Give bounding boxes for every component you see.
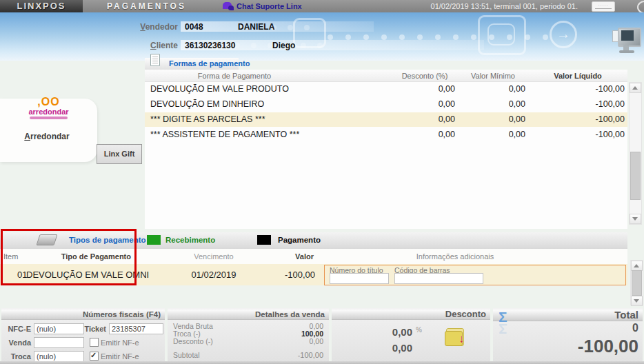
col-informacoes-adicionais: Informações adicionais (372, 252, 538, 261)
arredondar-logo-tagline (30, 117, 68, 119)
vendedor-code[interactable]: 0048 (185, 22, 203, 32)
cliente-name: Diego (272, 41, 295, 50)
vendedor-strip (181, 21, 374, 32)
pagamento-label: Pagamento (278, 236, 321, 244)
payment-method-row-selected[interactable]: *** DIGITE AS PARCELAS *** 0,00 0,00 -10… (145, 112, 627, 127)
numeros-fiscais-title: Números fiscais (F4) (1, 310, 165, 320)
emitir-nfe-venda-checkbox[interactable] (90, 338, 99, 347)
desconto-percent-value[interactable]: 0,00 (345, 326, 412, 338)
payment-method-row[interactable]: DEVOLUÇÃO EM VALE PRODUTO 0,00 0,00 -100… (145, 82, 627, 97)
scroll-up-button[interactable] (630, 83, 641, 93)
emitir-nfe-troca-checkbox[interactable] (90, 352, 99, 361)
ticket-label: Ticket (83, 325, 106, 333)
desconto-panel: Desconto 0,00 % 0,00 ↓ (332, 308, 490, 361)
desconto-value[interactable]: 0,00 (345, 342, 412, 354)
linxpos-logo: LINXPOS (0, 0, 83, 12)
linx-gift-button[interactable]: Linx Gift (97, 144, 142, 164)
nfce-label: NFC-E (1, 325, 31, 333)
cliente-code[interactable]: 36130236130 (185, 41, 235, 50)
emitir-nfe-troca-label: Emitir NF-e (101, 352, 139, 361)
col-valor-liquido: Valor Líquido (536, 72, 619, 80)
payment-value: -100,00 (246, 270, 315, 280)
venda-input[interactable] (34, 337, 84, 348)
ticket-input[interactable] (109, 323, 163, 334)
tipos-scrollbar[interactable] (630, 260, 643, 305)
vendedor-label: Vendedor (124, 22, 178, 32)
decoration-dots (328, 34, 548, 40)
col-valor: Valor (259, 252, 314, 261)
scroll-up-button[interactable] (631, 261, 643, 271)
arredondar-logo: ,OO (19, 96, 78, 108)
highlight-rectangle (1, 229, 137, 285)
subtotal-label: Subtotal (173, 351, 200, 359)
percent-symbol: % (416, 326, 422, 334)
recebimento-label: Recebimento (165, 236, 215, 244)
venda-label: Venda (1, 338, 31, 347)
arrow-circle-icon: → (550, 21, 577, 48)
bottom-strip (0, 361, 644, 364)
col-valor-minimo: Valor Mínimo (452, 72, 534, 80)
numeros-fiscais-panel: Números fiscais (F4) NFC-E Ticket Venda … (1, 308, 165, 361)
total-title: Total (493, 310, 643, 321)
sale-header: → Vendedor 0048 DANIELA Cliente 36130236… (0, 12, 644, 61)
total-value: -100,00 (493, 336, 638, 357)
linxpos-payment-screen: LINXPOS PAGAMENTOS Chat Suporte Linx 01/… (0, 0, 644, 364)
payment-due-date: 01/02/2019 (172, 270, 255, 280)
chat-bubble-icon-small (228, 6, 234, 10)
codigo-barras-input[interactable] (394, 273, 483, 284)
troca-input[interactable] (34, 351, 84, 362)
scroll-thumb[interactable] (630, 152, 641, 200)
formas-scrollbar[interactable] (629, 82, 642, 225)
pagamento-swatch (257, 235, 271, 245)
col-vencimento: Vencimento (172, 252, 255, 261)
scroll-down-button[interactable] (631, 296, 643, 306)
recebimento-swatch (147, 235, 161, 245)
document-icon (150, 54, 160, 66)
payment-method-row[interactable]: DEVOLUÇÃO EM DINHEIRO 0,00 0,00 -100,00 (145, 97, 627, 112)
emitir-nfe-venda-label: Emitir NF-e (101, 338, 139, 347)
page-title: PAGAMENTOS (107, 1, 186, 11)
detalhes-venda-title: Detalhes da venda (168, 310, 329, 320)
scroll-down-button[interactable] (630, 214, 641, 224)
cliente-label: Cliente (124, 41, 178, 50)
formas-pagamento-title: Formas de pagamento (169, 59, 250, 68)
payment-method-row[interactable]: *** ASSISTENTE DE PAGAMENTO *** 0,00 0,0… (145, 128, 627, 142)
troca-label: Troca (1, 352, 31, 361)
session-info: 01/02/2019 13:51, terminal 001, periodo … (386, 2, 578, 10)
col-forma-pagamento: Forma de Pagamento (165, 72, 303, 80)
nfce-input[interactable] (34, 323, 84, 334)
detalhes-venda-panel: Detalhes da venda Venda Bruta 0,00 Troca… (168, 308, 329, 361)
arredondar-logo-word: arredondar (19, 108, 78, 116)
pos-terminal-icon (612, 28, 640, 59)
arredondar-button[interactable]: Arredondar (12, 132, 81, 141)
top-bar: LINXPOS PAGAMENTOS Chat Suporte Linx 01/… (0, 0, 644, 12)
keyboard-icon[interactable]: ····· (592, 1, 615, 12)
desconto-icon[interactable]: ↓ (445, 327, 468, 349)
subtotal-value: -100,00 (298, 351, 323, 359)
chat-support-label: Chat Suporte Linx (237, 2, 302, 10)
desconto-row-value: 0,00 (310, 337, 323, 345)
total-quantity: 0 (493, 322, 638, 334)
scroll-thumb[interactable] (632, 270, 642, 296)
desconto-row-label: Desconto (-) (173, 337, 213, 345)
numero-titulo-input[interactable] (330, 273, 389, 284)
additional-info-panel: Número do título Código de barras (324, 265, 626, 285)
vendedor-name: DANIELA (238, 22, 274, 32)
formas-pagamento-tab: Formas de pagamento (145, 58, 239, 70)
formas-table-header: Forma de Pagamento Desconto (%) Valor Mí… (145, 70, 627, 82)
desconto-title: Desconto (332, 310, 490, 320)
total-panel: Total Σ Σ 0 -100,00 (493, 308, 643, 361)
